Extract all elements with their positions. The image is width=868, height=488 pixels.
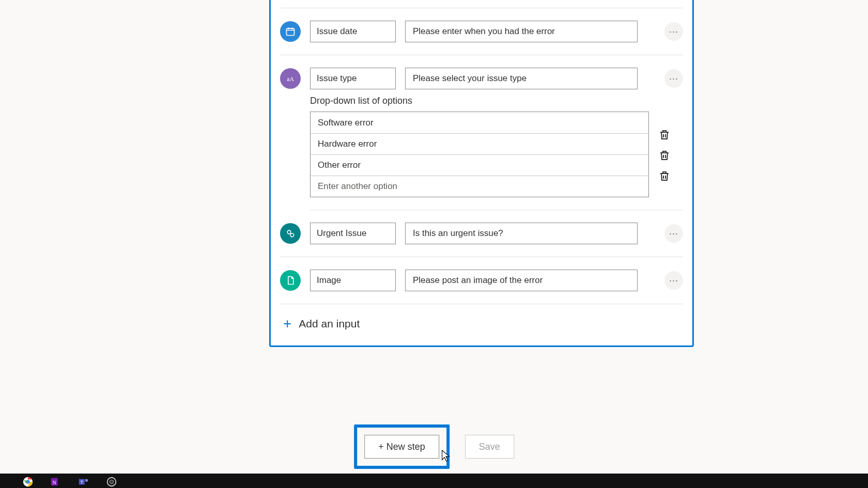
dropdown-option-1[interactable] [311,112,648,133]
footer-buttons: + New step Save [354,424,514,469]
image-more-button[interactable]: ··· [664,271,683,290]
issue-date-more-button[interactable]: ··· [664,22,683,41]
image-name-input[interactable] [310,270,396,291]
yesno-icon [280,223,301,244]
ellipsis-icon: ··· [669,74,678,83]
svg-text:N: N [53,480,57,485]
calendar-icon [280,21,301,42]
taskbar-chrome-icon[interactable] [20,476,36,488]
dropdown-option-2[interactable] [311,133,648,154]
taskbar-obs-icon[interactable] [103,476,120,488]
input-row-image: ··· [280,257,683,304]
issue-type-desc-input[interactable] [405,68,638,89]
plus-icon: + [283,317,291,331]
dropdown-options-list [310,112,649,197]
issue-type-more-button[interactable]: ··· [664,69,683,88]
add-input-button[interactable]: + Add an input [280,304,683,345]
issue-type-name-input[interactable] [310,68,396,89]
input-row-email: ··· [280,0,683,8]
delete-option-1-button[interactable] [658,129,671,141]
ellipsis-icon: ··· [669,229,678,238]
issue-date-desc-input[interactable] [405,21,638,42]
input-row-issue-date: ··· [280,8,683,55]
image-desc-input[interactable] [405,270,638,291]
highlight-annotation: + New step [354,424,450,469]
taskbar-onenote-icon[interactable]: N [48,476,64,488]
dropdown-options-block: Drop-down list of options [310,96,683,210]
issue-date-name-input[interactable] [310,21,396,42]
input-row-issue-type: aA ··· [280,55,683,102]
text-icon: aA [280,68,301,89]
svg-rect-1 [287,28,295,35]
file-icon [280,270,301,291]
dropdown-option-3[interactable] [311,154,648,176]
ellipsis-icon: ··· [669,27,678,36]
urgent-name-input[interactable] [310,223,396,244]
add-input-label: Add an input [299,318,360,330]
input-row-urgent: ··· [280,210,683,257]
delete-option-2-button[interactable] [658,149,671,162]
taskbar-teams-icon[interactable]: T [75,476,92,488]
svg-point-13 [110,480,113,483]
svg-point-3 [287,230,291,234]
trigger-card: ··· ··· aA ··· [269,0,694,347]
svg-point-10 [85,479,88,482]
svg-point-4 [290,233,294,237]
dropdown-option-new[interactable] [311,176,648,197]
save-button[interactable]: Save [465,435,514,459]
new-step-button[interactable]: + New step [364,435,439,459]
urgent-more-button[interactable]: ··· [664,224,683,243]
svg-text:aA: aA [287,76,294,83]
delete-option-3-button[interactable] [658,170,671,182]
urgent-desc-input[interactable] [405,223,638,244]
taskbar: N T [0,474,868,488]
svg-text:T: T [81,480,84,485]
ellipsis-icon: ··· [669,276,678,285]
